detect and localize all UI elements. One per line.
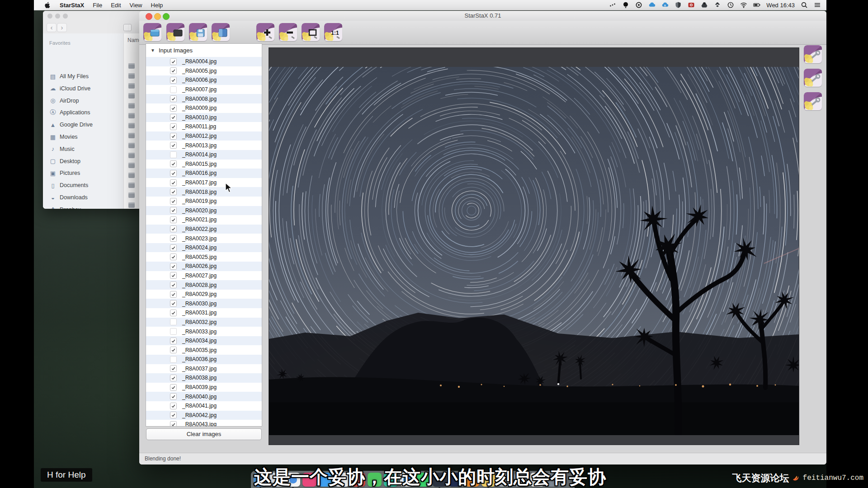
checkbox-checked[interactable] (170, 170, 177, 177)
file-row[interactable]: _R8A0043.jpg (146, 420, 262, 427)
file-row[interactable]: _R8A0019.jpg (146, 197, 262, 206)
file-row[interactable]: _R8A0016.jpg (146, 169, 262, 178)
file-row-icon[interactable] (128, 153, 135, 158)
sidebar-item-all-my-files[interactable]: ▤All My Files (49, 71, 89, 81)
checkbox-checked[interactable] (170, 105, 177, 112)
file-row[interactable]: _R8A0018.jpg (146, 187, 262, 197)
file-row[interactable]: _R8A0031.jpg (146, 308, 262, 318)
menu-app-name[interactable]: StarStaX (60, 2, 84, 9)
checkbox-checked[interactable] (170, 365, 177, 372)
more-dots-icon[interactable] (609, 1, 616, 9)
file-row-icon[interactable] (128, 93, 135, 99)
checkbox-checked[interactable] (170, 338, 177, 344)
input-images-header[interactable]: ▼ Input Images (146, 44, 262, 57)
forward-button[interactable]: › (57, 23, 67, 32)
checkbox-checked[interactable] (170, 282, 177, 288)
file-row[interactable]: _R8A0027.jpg (146, 271, 262, 281)
file-row[interactable]: _R8A0025.jpg (146, 252, 262, 262)
file-row[interactable]: _R8A0007.jpg (146, 85, 262, 94)
file-row-icon[interactable] (128, 202, 135, 208)
sidebar-item-movies[interactable]: ▦Movies (49, 132, 78, 142)
file-row-icon[interactable] (128, 63, 135, 69)
start-processing-button[interactable] (212, 23, 230, 41)
menu-list-icon[interactable] (814, 1, 821, 9)
file-row-icon[interactable] (128, 73, 135, 79)
checkbox-checked[interactable] (170, 291, 177, 298)
file-row[interactable]: _R8A0040.jpg (146, 392, 262, 401)
checkbox-checked[interactable] (170, 347, 177, 353)
file-row[interactable]: _R8A0012.jpg (146, 131, 262, 141)
sidebar-item-dropbox[interactable]: ❖Dropbox (49, 205, 81, 209)
file-row-icon[interactable] (128, 192, 135, 198)
file-row[interactable]: _R8A0005.jpg (146, 66, 262, 76)
file-row-icon[interactable] (128, 143, 135, 148)
file-row[interactable]: _R8A0030.jpg (146, 299, 262, 308)
file-row-icon[interactable] (128, 133, 135, 138)
shield-icon[interactable] (675, 1, 682, 9)
file-row[interactable]: _R8A0009.jpg (146, 103, 262, 113)
file-row[interactable]: _R8A0033.jpg (146, 327, 262, 336)
file-row[interactable]: _R8A0042.jpg (146, 411, 262, 420)
checkbox-checked[interactable] (170, 198, 177, 205)
checkbox-checked[interactable] (170, 244, 177, 251)
grid-view-icon[interactable] (123, 24, 132, 31)
file-row[interactable]: _R8A0013.jpg (146, 141, 262, 150)
checkbox-checked[interactable] (170, 300, 177, 307)
checkbox-checked[interactable] (170, 67, 177, 74)
sidebar-item-documents[interactable]: ▯Documents (49, 180, 88, 190)
save-result-button[interactable] (189, 23, 207, 41)
file-row-icon[interactable] (128, 103, 135, 108)
file-row[interactable]: _R8A0017.jpg (146, 178, 262, 188)
checkbox-checked[interactable] (170, 263, 177, 270)
checkbox-checked[interactable] (170, 421, 177, 427)
checkbox-checked[interactable] (170, 160, 177, 167)
file-row[interactable]: _R8A0029.jpg (146, 290, 262, 299)
finder-close-button[interactable] (47, 14, 52, 19)
file-row[interactable]: _R8A0038.jpg (146, 373, 262, 383)
checkbox-checked[interactable] (170, 114, 177, 121)
sidebar-item-pictures[interactable]: ▣Pictures (49, 168, 80, 178)
file-row[interactable]: _R8A0015.jpg (146, 160, 262, 169)
file-row[interactable]: _R8A0037.jpg (146, 364, 262, 374)
file-row-icon[interactable] (128, 83, 135, 89)
checkbox-checked[interactable] (170, 207, 177, 214)
sidebar-item-music[interactable]: ♪Music (49, 144, 75, 154)
file-row[interactable]: _R8A0022.jpg (146, 225, 262, 234)
checkbox-checked[interactable] (170, 375, 177, 381)
file-row[interactable]: _R8A0036.jpg (146, 355, 262, 364)
checkbox-checked[interactable] (170, 412, 177, 418)
file-row-icon[interactable] (128, 183, 135, 188)
back-button[interactable]: ‹ (47, 23, 57, 32)
menu-help[interactable]: Help (151, 2, 163, 9)
sidebar-item-google-drive[interactable]: ▲Google Drive (49, 120, 93, 130)
google-drive-icon[interactable] (701, 1, 708, 9)
starstax-title-bar[interactable]: StarStaX 0.71 (139, 11, 826, 21)
menu-file[interactable]: File (93, 2, 102, 9)
zoom-out-button[interactable] (279, 23, 297, 41)
file-row[interactable]: _R8A0041.jpg (146, 401, 262, 411)
finder-title-bar[interactable] (43, 11, 147, 22)
file-row[interactable]: _R8A0021.jpg (146, 215, 262, 225)
sidebar-item-icloud-drive[interactable]: ☁iCloud Drive (49, 84, 90, 94)
checkbox-checked[interactable] (170, 225, 177, 232)
cloud-icon[interactable] (648, 1, 656, 9)
sidebar-item-airdrop[interactable]: ◎AirDrop (49, 96, 79, 106)
checkbox-unchecked[interactable] (170, 356, 177, 363)
file-row-icon[interactable] (128, 163, 135, 168)
apple-menu-icon[interactable] (44, 1, 51, 9)
open-dark-frames-button[interactable] (166, 23, 184, 41)
file-row-icon[interactable] (128, 123, 135, 128)
menu-view[interactable]: View (130, 2, 142, 9)
file-row[interactable]: _R8A0024.jpg (146, 243, 262, 253)
file-row-icon[interactable] (128, 173, 135, 178)
file-row[interactable]: _R8A0008.jpg (146, 94, 262, 103)
file-row[interactable]: _R8A0020.jpg (146, 206, 262, 216)
checkbox-unchecked[interactable] (170, 151, 177, 158)
file-row[interactable]: _R8A0039.jpg (146, 383, 262, 392)
checkbox-checked[interactable] (170, 272, 177, 279)
file-row[interactable]: _R8A0014.jpg (146, 150, 262, 160)
checkbox-checked[interactable] (170, 393, 177, 400)
checkbox-checked[interactable] (170, 123, 177, 130)
file-row[interactable]: _R8A0006.jpg (146, 75, 262, 85)
checkbox-unchecked[interactable] (170, 328, 177, 335)
